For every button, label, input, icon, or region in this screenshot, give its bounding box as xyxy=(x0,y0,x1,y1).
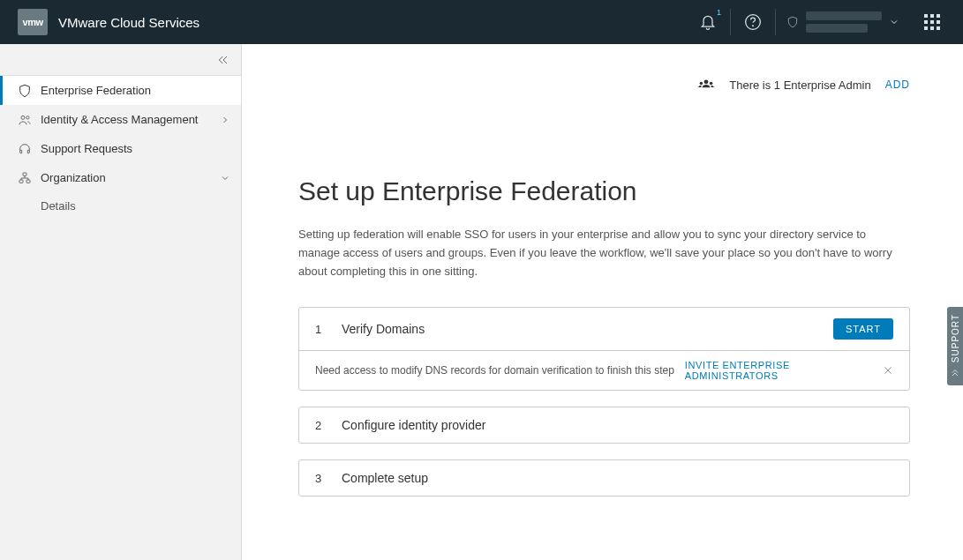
chevron-left-icon xyxy=(950,368,960,378)
chevron-down-icon xyxy=(889,17,899,27)
header-right: 1 xyxy=(686,0,954,44)
help-icon xyxy=(744,13,762,31)
users-icon xyxy=(18,113,32,127)
step-1: 1 Verify Domains START Need access to mo… xyxy=(298,307,910,391)
sidebar-item-identity-access[interactable]: Identity & Access Management xyxy=(0,105,241,134)
step-notice: Need access to modify DNS records for do… xyxy=(299,350,909,390)
shield-icon xyxy=(786,16,799,28)
org-icon xyxy=(18,171,32,185)
sidebar: Enterprise Federation Identity & Access … xyxy=(0,44,242,560)
close-icon[interactable] xyxy=(883,365,893,376)
svg-rect-6 xyxy=(26,180,30,183)
invite-admins-link[interactable]: INVITE ENTERPRISE ADMINISTRATORS xyxy=(685,360,872,381)
admin-count-text: There is 1 Enterprise Admin xyxy=(729,78,870,92)
step-title: Complete setup xyxy=(342,471,893,485)
notification-badge: 1 xyxy=(717,8,721,17)
header-left: vmw VMware Cloud Services xyxy=(18,9,199,35)
step-title: Configure identity provider xyxy=(342,418,893,432)
sidebar-item-organization[interactable]: Organization xyxy=(0,163,241,192)
step-notice-text: Need access to modify DNS records for do… xyxy=(315,364,674,377)
sidebar-item-support-requests[interactable]: Support Requests xyxy=(0,134,241,163)
page-description: Setting up federation will enable SSO fo… xyxy=(298,226,899,280)
support-label: SUPPORT xyxy=(951,314,960,362)
shield-icon xyxy=(18,84,32,98)
headset-icon xyxy=(18,142,32,156)
svg-point-9 xyxy=(710,82,713,86)
svg-point-2 xyxy=(21,116,25,119)
help-button[interactable] xyxy=(731,0,775,44)
step-number: 1 xyxy=(315,323,322,336)
step-header: 2 Configure identity provider xyxy=(299,407,909,443)
user-menu[interactable] xyxy=(776,11,910,33)
step-2: 2 Configure identity provider xyxy=(298,407,910,444)
collapse-sidebar-icon[interactable] xyxy=(216,53,230,67)
svg-point-1 xyxy=(753,26,754,26)
sidebar-collapse-row xyxy=(0,44,241,76)
step-3: 3 Complete setup xyxy=(298,459,910,497)
svg-rect-4 xyxy=(23,173,26,175)
sidebar-item-label: Organization xyxy=(41,171,211,184)
svg-point-8 xyxy=(700,82,703,86)
step-header: 1 Verify Domains START xyxy=(299,308,909,350)
svg-point-3 xyxy=(26,116,29,118)
start-button[interactable]: START xyxy=(833,318,893,340)
support-tab[interactable]: SUPPORT xyxy=(947,307,963,385)
page-title: Set up Enterprise Federation xyxy=(298,176,910,206)
sidebar-item-enterprise-federation[interactable]: Enterprise Federation xyxy=(0,76,241,105)
chevron-down-icon xyxy=(220,173,230,183)
admin-count-bar: There is 1 Enterprise Admin ADD xyxy=(298,44,910,92)
bell-icon xyxy=(699,13,717,31)
main-content: There is 1 Enterprise Admin ADD Set up E… xyxy=(242,44,963,560)
user-info-placeholder xyxy=(806,11,882,33)
step-number: 2 xyxy=(315,419,322,432)
app-title: VMware Cloud Services xyxy=(58,15,199,30)
notifications-button[interactable]: 1 xyxy=(686,0,730,44)
svg-rect-5 xyxy=(19,180,23,183)
users-icon xyxy=(697,78,715,92)
apps-grid-icon xyxy=(924,14,940,30)
add-admin-button[interactable]: ADD xyxy=(885,78,910,91)
app-header: vmw VMware Cloud Services 1 xyxy=(0,0,963,44)
step-number: 3 xyxy=(315,472,322,485)
svg-point-7 xyxy=(704,79,709,84)
step-header: 3 Complete setup xyxy=(299,460,909,496)
apps-button[interactable] xyxy=(910,0,954,44)
chevron-right-icon xyxy=(220,115,230,125)
vmware-logo: vmw xyxy=(18,9,48,35)
sidebar-item-label: Enterprise Federation xyxy=(41,84,230,97)
sidebar-item-label: Identity & Access Management xyxy=(41,113,211,126)
step-title: Verify Domains xyxy=(342,322,814,336)
sidebar-subitem-details[interactable]: Details xyxy=(0,192,241,219)
sidebar-item-label: Support Requests xyxy=(41,142,230,155)
